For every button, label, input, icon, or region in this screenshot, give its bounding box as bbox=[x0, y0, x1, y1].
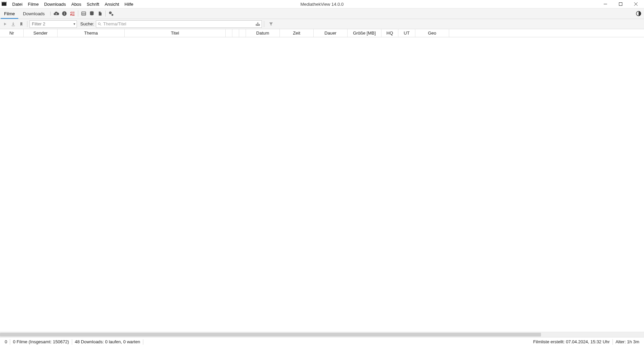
tab-filme-label: Filme bbox=[4, 11, 15, 16]
tasklist-icon[interactable] bbox=[68, 8, 77, 19]
column-header-ut[interactable]: UT bbox=[398, 29, 415, 37]
bookmark-icon[interactable] bbox=[18, 20, 25, 28]
play-icon[interactable] bbox=[1, 20, 9, 28]
menu-abos[interactable]: Abos bbox=[68, 1, 84, 7]
svg-rect-3 bbox=[4, 2, 4, 2]
tab-filme[interactable]: Filme bbox=[0, 8, 19, 19]
column-header-c7[interactable] bbox=[239, 29, 246, 37]
search-row: Filter 2 ▾ Suche: bbox=[0, 19, 644, 29]
column-header-geo[interactable]: Geo bbox=[415, 29, 449, 37]
horizontal-scrollbar[interactable] bbox=[0, 332, 644, 337]
search-icon bbox=[98, 22, 102, 26]
filter-select-value: Filter 2 bbox=[32, 21, 45, 26]
menu-ansicht[interactable]: Ansicht bbox=[102, 1, 122, 7]
search-label: Suche: bbox=[80, 21, 94, 26]
inbox-icon[interactable] bbox=[255, 22, 260, 26]
list-icon[interactable] bbox=[80, 8, 88, 19]
column-header-hq[interactable]: HQ bbox=[381, 29, 398, 37]
menu-downloads[interactable]: Downloads bbox=[41, 1, 68, 7]
svg-point-19 bbox=[110, 12, 111, 14]
svg-rect-4 bbox=[5, 2, 6, 2]
toolbar: Filme Downloads bbox=[0, 8, 644, 19]
column-header-thema[interactable]: Thema bbox=[58, 29, 125, 37]
svg-rect-10 bbox=[64, 13, 64, 15]
table-body bbox=[0, 37, 644, 332]
scrollbar-thumb[interactable] bbox=[0, 333, 541, 337]
svg-rect-11 bbox=[64, 12, 64, 13]
tab-downloads[interactable]: Downloads bbox=[19, 8, 49, 19]
filter-select[interactable]: Filter 2 ▾ bbox=[29, 20, 77, 28]
file-icon[interactable] bbox=[96, 8, 104, 19]
window-controls bbox=[598, 0, 643, 8]
status-downloads: 48 Downloads: 0 laufen, 0 warten bbox=[72, 339, 143, 344]
svg-point-20 bbox=[112, 14, 113, 15]
status-count: 0 bbox=[2, 339, 10, 344]
status-filme: 0 Filme (Insgesamt: 150672) bbox=[10, 339, 71, 344]
column-header-groesse[interactable]: Größe [MB] bbox=[348, 29, 381, 37]
search-field-wrap bbox=[96, 20, 262, 28]
menu-filme[interactable]: Filme bbox=[25, 1, 41, 7]
cloud-download-icon[interactable] bbox=[52, 8, 60, 19]
window-title: MediathekView 14.0.0 bbox=[300, 2, 344, 7]
table-header: NrSenderThemaTitelDatumZeitDauerGröße [M… bbox=[0, 29, 644, 37]
svg-point-22 bbox=[98, 23, 100, 25]
status-alter: Alter: 1h 3m bbox=[613, 339, 642, 344]
search-input[interactable] bbox=[103, 21, 254, 26]
info-icon[interactable] bbox=[60, 8, 68, 19]
column-header-titel[interactable]: Titel bbox=[125, 29, 226, 37]
column-header-datum[interactable]: Datum bbox=[246, 29, 280, 37]
status-filmliste: Filmliste erstellt: 07.04.2024, 15:32 Uh… bbox=[531, 339, 612, 344]
svg-rect-6 bbox=[619, 3, 622, 6]
statusbar: 0 0 Filme (Insgesamt: 150672) 48 Downloa… bbox=[0, 337, 644, 346]
svg-rect-2 bbox=[2, 2, 3, 2]
gears-icon[interactable] bbox=[107, 8, 115, 19]
menu-schrift[interactable]: Schrift bbox=[84, 1, 102, 7]
column-header-c5[interactable] bbox=[226, 29, 232, 37]
download-icon[interactable] bbox=[9, 20, 17, 28]
svg-line-23 bbox=[100, 24, 101, 25]
chevron-down-icon: ▾ bbox=[74, 22, 75, 26]
minimize-button[interactable] bbox=[598, 0, 613, 8]
column-header-zeit[interactable]: Zeit bbox=[280, 29, 314, 37]
menubar: Datei Filme Downloads Abos Schrift Ansic… bbox=[0, 0, 644, 8]
menu-datei[interactable]: Datei bbox=[9, 1, 25, 7]
close-button[interactable] bbox=[628, 0, 643, 8]
svg-rect-0 bbox=[2, 2, 6, 6]
svg-rect-15 bbox=[82, 12, 86, 16]
column-header-c6[interactable] bbox=[232, 29, 239, 37]
column-header-nr[interactable]: Nr bbox=[0, 29, 24, 37]
contrast-icon[interactable] bbox=[635, 11, 643, 17]
tab-downloads-label: Downloads bbox=[23, 11, 45, 16]
column-header-dauer[interactable]: Dauer bbox=[314, 29, 348, 37]
database-icon[interactable] bbox=[88, 8, 96, 19]
column-header-sender[interactable]: Sender bbox=[24, 29, 58, 37]
app-icon bbox=[1, 1, 7, 7]
filter-funnel-icon[interactable] bbox=[267, 20, 275, 28]
maximize-button[interactable] bbox=[613, 0, 628, 8]
menu-hilfe[interactable]: Hilfe bbox=[122, 1, 136, 7]
